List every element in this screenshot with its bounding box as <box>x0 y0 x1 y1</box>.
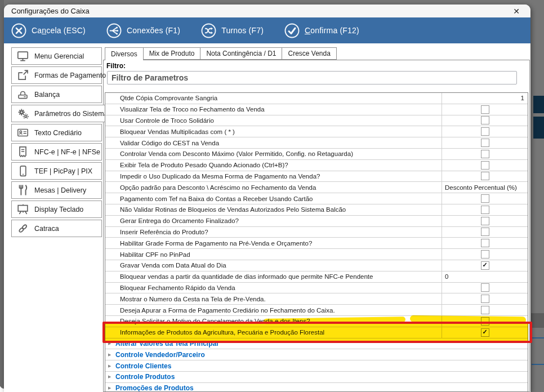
parameter-label: Bloquear vendas a partir da quantidade d… <box>105 273 442 280</box>
checkbox[interactable] <box>481 239 489 247</box>
tab-cresce-venda[interactable]: Cresce Venda <box>282 47 336 60</box>
table-row[interactable]: Impedir o Uso Duplicado da Mesma Forma d… <box>105 171 528 182</box>
checkbox[interactable] <box>481 150 489 158</box>
table-row[interactable]: Controlar Venda com Desconto Máximo (Val… <box>105 149 528 160</box>
group-row-5[interactable]: ▶ Promoções de Produtos <box>105 383 528 392</box>
checkbox[interactable] <box>481 139 489 147</box>
checkbox-checked[interactable] <box>481 328 489 337</box>
table-row[interactable]: Deseja Apurar a Forma de Pagamento Credi… <box>105 305 528 316</box>
table-row[interactable]: Habilitar Grade Forma de Pagamento na Pr… <box>105 238 528 249</box>
parameter-label: Visualizar Tela de Troco no Fechamento d… <box>105 106 442 113</box>
checkbox[interactable] <box>481 306 489 314</box>
checkbox[interactable] <box>481 250 489 259</box>
sidebar-item-formas-de-pagamento[interactable]: Formas de Pagamento <box>11 66 102 84</box>
parameter-label: Gerar Entrega do Orcamento Finalizado? <box>105 217 442 224</box>
table-row[interactable]: Gerar Entrega do Orcamento Finalizado? <box>105 216 528 227</box>
checkbox[interactable] <box>481 206 489 214</box>
filter-label: Filtro: <box>106 62 126 70</box>
checkbox[interactable] <box>481 228 489 236</box>
checkbox[interactable] <box>481 161 489 170</box>
chevron-right-icon: ▶ <box>108 341 115 346</box>
table-row[interactable]: Visualizar Tela de Troco no Fechamento d… <box>105 104 528 115</box>
chevron-right-icon: ▶ <box>108 386 115 390</box>
group-label: Controle Produtos <box>115 373 175 381</box>
group-row-3[interactable]: ▶ Controle Clientes <box>105 360 528 372</box>
sidebar-item-mesas-delivery[interactable]: Mesas | Delivery <box>11 181 102 199</box>
parameter-value-cell <box>442 238 528 248</box>
checkbox[interactable] <box>481 116 489 124</box>
sidebar-item-display-teclado[interactable]: Display Teclado <box>11 201 102 218</box>
parameter-label: Bloquear Vendas Multiplicadas com ( * ) <box>105 128 442 135</box>
value-text[interactable]: Desconto Percentual (%) <box>442 184 517 191</box>
shifts-icon <box>201 23 216 38</box>
checkbox[interactable] <box>481 172 489 180</box>
table-row[interactable]: Qtde Cópia Comprovante Sangria 1 <box>105 93 528 104</box>
table-row[interactable]: Bloquear Fechamento Rápido da Venda <box>105 283 528 294</box>
tab-nota-contingencia[interactable]: Nota Contingência / D1 <box>200 47 282 60</box>
window-title: Configurações do Caixa <box>11 7 90 15</box>
confirm-icon <box>284 23 300 38</box>
sidebar-item-nfce-nfe-nfse[interactable]: NFC-e | NF-e | NFSe <box>11 143 102 161</box>
value-text[interactable]: 0 <box>442 273 448 280</box>
title-bar: Configurações do Caixa ✕ <box>4 5 530 17</box>
sidebar-item-texto-crediario[interactable]: Texto Crediário <box>11 124 102 141</box>
sidebar-item-balanca[interactable]: Balança <box>11 86 102 103</box>
table-row[interactable]: Bloquear Vendas Multiplicadas com ( * ) <box>105 126 528 137</box>
shifts-button[interactable]: Turnos (F7) <box>201 23 264 38</box>
cutlery-icon <box>16 184 29 197</box>
group-label: Controle Clientes <box>115 362 171 370</box>
cancel-icon <box>11 23 26 38</box>
parameter-label: Usar Controle de Troco Solidário <box>105 117 442 124</box>
parameter-value-cell <box>442 283 528 293</box>
checkbox[interactable] <box>481 283 489 292</box>
parameter-value-cell <box>442 305 528 315</box>
checkbox-checked[interactable] <box>481 261 489 270</box>
parameter-value-cell <box>442 227 528 238</box>
connections-button[interactable]: Conexões (F1) <box>106 23 180 38</box>
cancel-button[interactable]: Cancela (ESC) <box>11 23 86 38</box>
parameter-value-cell <box>442 160 528 171</box>
sidebar-item-catraca[interactable]: Catraca <box>11 220 102 237</box>
table-row[interactable]: Opção padrão para Desconto \ Acréscimo n… <box>105 182 528 193</box>
parameter-value-cell <box>442 327 528 338</box>
value-text[interactable]: 1 <box>521 95 528 101</box>
table-row[interactable]: Gravar Venda com Data Atual do Dia <box>105 260 528 271</box>
sidebar-item-menu-gerencial[interactable]: Menu Gerencial <box>11 47 102 65</box>
tab-diversos[interactable]: Diversos <box>105 47 144 60</box>
filter-input[interactable] <box>107 71 517 84</box>
parameter-value-cell <box>442 171 528 182</box>
checkbox[interactable] <box>481 105 489 114</box>
tab-mix-de-produto[interactable]: Mix de Produto <box>144 47 201 60</box>
group-row-1[interactable]: ▶ Alterar Valores da Tela Principal <box>105 338 528 350</box>
sidebar-item-parametros-do-sistema[interactable]: Parâmetros do Sistema <box>11 105 105 122</box>
background-artifact <box>533 96 544 113</box>
table-row[interactable]: Usar Controle de Troco Solidário <box>105 115 528 127</box>
checkbox[interactable] <box>481 295 489 303</box>
chevron-right-icon: ▶ <box>108 364 115 368</box>
table-row[interactable]: Pagamento com Tef na Baixa do Contas a R… <box>105 193 528 204</box>
table-row[interactable]: Bloquear vendas a partir da quantidade d… <box>105 271 528 283</box>
checkbox[interactable] <box>481 127 489 136</box>
table-row[interactable]: Mostrar o Numero da Cesta na Tela de Pre… <box>105 293 528 305</box>
table-row[interactable]: Exibir Tela de Produto Pesado Quando Aci… <box>105 160 528 171</box>
close-icon[interactable]: ✕ <box>509 5 524 17</box>
checkbox[interactable] <box>481 194 489 203</box>
confirm-button[interactable]: Confirma (F12) <box>284 23 359 38</box>
sidebar: Menu Gerencial Formas de Pagamento Balan… <box>11 47 107 239</box>
group-label: Controle Vendedor/Parceiro <box>115 351 205 359</box>
checkbox[interactable] <box>481 317 489 326</box>
table-row[interactable]: Validar Código do CEST na Venda <box>105 137 528 149</box>
table-row[interactable]: Não Validar Rotinas de Bloqueios de Vend… <box>105 204 528 216</box>
sidebar-item-tef-picpay-pix[interactable]: TEF | PicPay | PIX <box>11 162 102 180</box>
gears-icon <box>16 107 29 121</box>
parameter-value-cell <box>442 104 528 115</box>
group-row-4[interactable]: ▶ Controle Produtos <box>105 372 528 383</box>
table-row[interactable]: Habilitar CPF no PinPad <box>105 249 528 260</box>
table-row[interactable]: Inserir Referência do Produto? <box>105 227 528 238</box>
parameter-value-cell <box>442 249 528 260</box>
table-row[interactable]: Informações de Produtos da Agricultura, … <box>105 327 528 338</box>
group-row-2[interactable]: ▶ Controle Vendedor/Parceiro <box>105 349 528 360</box>
parameter-value-cell <box>442 193 528 204</box>
checkbox[interactable] <box>481 217 489 225</box>
table-row[interactable]: Deseja Solicitar o Motivo do Cancelament… <box>105 316 528 327</box>
